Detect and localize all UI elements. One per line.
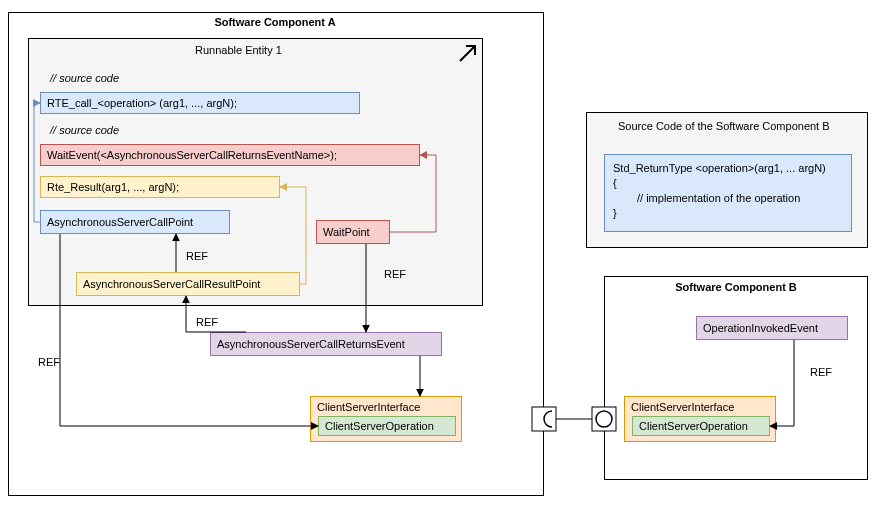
source-b-code-box: Std_ReturnType <operation>(arg1, ... arg…	[604, 154, 852, 232]
async-returns-event-box: AsynchronousServerCallReturnsEvent	[210, 332, 442, 356]
src-b-line4: }	[613, 206, 843, 221]
async-call-point-box: AsynchronousServerCallPoint	[40, 210, 230, 234]
ref-label-1: REF	[186, 250, 208, 262]
src-b-line1: Std_ReturnType <operation>(arg1, ... arg…	[613, 161, 843, 176]
async-result-point-box: AsynchronousServerCallResultPoint	[76, 272, 300, 296]
source-b-title: Source Code of the Software Component B	[618, 120, 830, 132]
component-b-title: Software Component B	[675, 281, 797, 293]
wait-point-text: WaitPoint	[323, 226, 370, 238]
ref-label-3: REF	[196, 316, 218, 328]
runnable-entity-title: Runnable Entity 1	[195, 44, 282, 56]
csi-b-text: ClientServerInterface	[631, 401, 734, 413]
rte-call-text: RTE_call_<operation> (arg1, ..., argN);	[47, 97, 237, 109]
ref-label-5: REF	[810, 366, 832, 378]
op-invoked-box: OperationInvokedEvent	[696, 316, 848, 340]
rte-result-box: Rte_Result(arg1, ..., argN);	[40, 176, 280, 198]
async-result-point-text: AsynchronousServerCallResultPoint	[83, 278, 260, 290]
async-returns-event-text: AsynchronousServerCallReturnsEvent	[217, 338, 405, 350]
cso-b-text: ClientServerOperation	[639, 420, 748, 432]
async-call-point-text: AsynchronousServerCallPoint	[47, 216, 193, 228]
wait-event-box: WaitEvent(<AsynchronousServerCallReturns…	[40, 144, 420, 166]
rte-result-text: Rte_Result(arg1, ..., argN);	[47, 181, 179, 193]
component-a-title: Software Component A	[214, 16, 335, 28]
cso-a-text: ClientServerOperation	[325, 420, 434, 432]
source-code-comment-1: // source code	[50, 72, 119, 84]
cso-a-box: ClientServerOperation	[318, 416, 456, 436]
src-b-line3: // implementation of the operation	[613, 191, 843, 206]
ref-label-4: REF	[38, 356, 60, 368]
csi-a-text: ClientServerInterface	[317, 401, 420, 413]
component-b-frame	[604, 276, 868, 480]
ref-label-2: REF	[384, 268, 406, 280]
cso-b-box: ClientServerOperation	[632, 416, 770, 436]
wait-point-box: WaitPoint	[316, 220, 390, 244]
source-code-comment-2: // source code	[50, 124, 119, 136]
rte-call-box: RTE_call_<operation> (arg1, ..., argN);	[40, 92, 360, 114]
src-b-line2: {	[613, 176, 843, 191]
op-invoked-text: OperationInvokedEvent	[703, 322, 818, 334]
wait-event-text: WaitEvent(<AsynchronousServerCallReturns…	[47, 149, 337, 161]
